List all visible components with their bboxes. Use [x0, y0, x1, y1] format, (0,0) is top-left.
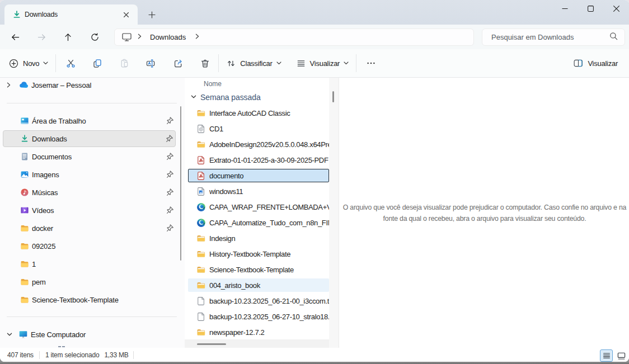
more-options-button[interactable] — [360, 53, 382, 74]
tab-downloads[interactable]: Downloads — [4, 4, 138, 25]
list-item[interactable]: newspaper-12.7.2 — [188, 325, 329, 339]
list-item[interactable]: windows11 — [188, 185, 329, 198]
sidebar-item-label: 092025 — [32, 242, 176, 250]
list-item[interactable]: CD1 — [188, 122, 329, 135]
sidebar-item-downloads[interactable]: Downloads — [3, 130, 176, 147]
download-icon — [20, 134, 29, 143]
back-button[interactable] — [6, 28, 25, 46]
videos-icon — [20, 206, 29, 215]
list-item[interactable]: Science-Textbook-Template — [188, 263, 329, 276]
maximize-button[interactable] — [578, 0, 603, 17]
preview-toggle-label: Visualizar — [588, 59, 618, 68]
list-item[interactable]: AdobeInDesign2025v20.5.0.048.x64Premk — [188, 138, 329, 151]
vertical-scrollbar-thumb[interactable] — [332, 91, 334, 102]
tab-close-button[interactable] — [119, 7, 133, 22]
music-icon — [20, 188, 29, 197]
file-name: backup-10.23.2025_06-27-10_stralo18.tar. — [209, 313, 329, 321]
column-header-name[interactable]: Nome — [204, 78, 222, 89]
edge-icon — [196, 218, 206, 228]
horizontal-scrollbar[interactable] — [185, 339, 329, 348]
sidebar-divider — [7, 316, 177, 317]
list-item[interactable]: 004_aristo_book — [188, 278, 329, 292]
breadcrumb-chevron-icon[interactable] — [136, 32, 143, 42]
sidebar-item-this-pc[interactable]: Este Computador — [2, 326, 180, 343]
sidebar-item-v-deos[interactable]: Vídeos — [3, 202, 176, 219]
titlebar: Downloads — [0, 0, 629, 25]
sidebar-scrollbar[interactable] — [180, 106, 181, 261]
search-icon[interactable] — [609, 32, 618, 42]
cut-button[interactable] — [57, 53, 84, 74]
new-tab-button[interactable] — [143, 6, 160, 23]
sidebar-item-science-textbook-template[interactable]: Science-Textbook-Template — [3, 291, 176, 308]
folder-full-icon — [196, 108, 206, 118]
view-toggles — [600, 349, 628, 362]
sidebar-item-label: Documentos — [32, 153, 166, 161]
pdf-file-icon — [196, 155, 206, 165]
group-label: Semana passada — [200, 93, 261, 102]
delete-button[interactable] — [191, 53, 218, 74]
sidebar-item-1[interactable]: 1 — [3, 256, 176, 272]
folder-side-icon — [20, 277, 29, 286]
list-item[interactable]: Extrato-01-01-2025-a-30-09-2025-PDF — [188, 153, 329, 167]
list-item[interactable]: backup-10.23.2025_06-21-00_i3ccom.tar. — [188, 294, 329, 308]
list-item[interactable]: Indesign — [188, 231, 329, 245]
sidebar-item-label: pem — [32, 278, 176, 286]
sidebar-item-092025[interactable]: 092025 — [3, 238, 176, 254]
sidebar-item-documentos[interactable]: Documentos — [3, 148, 176, 165]
list-item[interactable]: CAPA_Automatize_Tudo_com_n8n_FINA — [188, 216, 329, 229]
sidebar-item-m-sicas[interactable]: Músicas — [3, 184, 176, 201]
view-button[interactable]: Visualizar — [292, 53, 354, 74]
refresh-button[interactable] — [86, 28, 104, 46]
group-header[interactable]: Semana passada — [190, 91, 261, 103]
chevron-down-icon[interactable] — [2, 331, 17, 338]
chevron-down-icon — [276, 58, 282, 68]
new-button[interactable]: Novo — [4, 53, 53, 74]
sidebar-item-imagens[interactable]: Imagens — [3, 166, 176, 183]
disc-file-icon — [196, 124, 206, 134]
file-name: Science-Textbook-Template — [209, 266, 329, 274]
minimize-button[interactable] — [552, 0, 578, 17]
sort-button[interactable]: Classificar — [222, 53, 286, 74]
sidebar-item-onedrive[interactable]: Josemar – Pessoal — [0, 78, 180, 92]
close-button[interactable] — [603, 0, 629, 17]
sidebar: Josemar – Pessoal Área de TrabalhoDownlo… — [0, 78, 185, 348]
chevron-right-icon[interactable] — [0, 82, 17, 88]
search-box[interactable]: Pesquisar em Downloads — [482, 29, 625, 46]
preview-toggle-button[interactable]: Visualizar — [569, 53, 626, 74]
sidebar-divider — [7, 103, 177, 103]
toolbar-separator — [218, 54, 219, 72]
statusbar-separator — [133, 351, 134, 359]
address-bar[interactable]: Downloads — [114, 29, 474, 46]
sidebar-item-docker[interactable]: docker — [3, 220, 176, 237]
list-item[interactable]: documento — [188, 169, 329, 182]
folder-full-icon — [196, 140, 206, 149]
share-button[interactable] — [165, 53, 191, 74]
sidebar-item-label: Área de Trabalho — [32, 117, 166, 125]
chevron-down-icon[interactable] — [190, 92, 197, 102]
rename-button[interactable] — [138, 53, 165, 74]
sort-icon — [227, 59, 236, 68]
sidebar-item-label: Músicas — [32, 188, 166, 197]
list-item[interactable]: Interface AutoCAD Classic — [188, 106, 329, 120]
sidebar-item-label: Imagens — [32, 171, 166, 179]
sidebar-item-pem[interactable]: pem — [3, 273, 176, 290]
thumbnail-view-button[interactable] — [615, 349, 628, 362]
breadcrumb-downloads[interactable]: Downloads — [150, 33, 186, 41]
list-item[interactable]: backup-10.23.2025_06-27-10_stralo18.tar. — [188, 310, 329, 323]
vertical-scrollbar[interactable] — [329, 78, 339, 348]
sidebar-item--rea-de-trabalho[interactable]: Área de Trabalho — [3, 112, 176, 129]
horizontal-scrollbar-thumb[interactable] — [197, 343, 226, 345]
details-view-button[interactable] — [600, 349, 613, 362]
up-button[interactable] — [59, 28, 77, 46]
list-item[interactable]: CAPA_WRAP_FRENTE+LOMBADA+VERS — [188, 200, 329, 214]
breadcrumb-chevron-icon[interactable] — [194, 32, 200, 42]
pin-icon — [166, 171, 174, 178]
pictures-icon — [20, 170, 29, 179]
paste-button[interactable] — [111, 53, 138, 74]
file-name: History-Textbook-Template — [209, 250, 329, 258]
copy-button[interactable] — [84, 53, 111, 74]
sidebar-item-label: Vídeos — [32, 206, 166, 215]
list-item[interactable]: History-Textbook-Template — [188, 247, 329, 261]
preview-pane-icon — [574, 59, 583, 68]
forward-button[interactable] — [32, 28, 51, 46]
